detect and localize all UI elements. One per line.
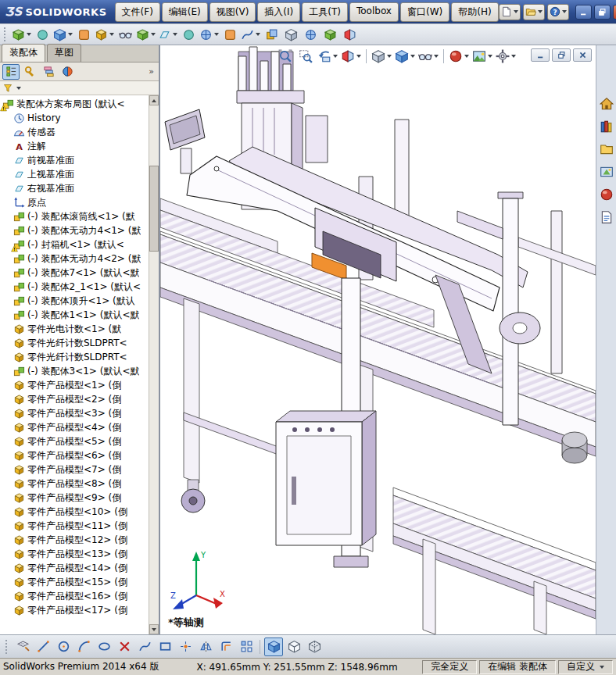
tree-item[interactable]: 前视基准面	[0, 153, 149, 167]
shaded-with-edges-button[interactable]	[264, 638, 283, 656]
tree-item[interactable]: 零件产品模型<1> (倒	[0, 378, 149, 392]
tree-item[interactable]: (-) 装配体3<1> (默认<默	[0, 364, 149, 378]
tree-item[interactable]: 零件产品模型<13> (倒	[0, 547, 149, 561]
offset-entities-button[interactable]	[217, 638, 235, 656]
spline-tool-button[interactable]	[135, 638, 154, 656]
mass-properties-button[interactable]	[321, 25, 339, 44]
view-orientation-button[interactable]	[371, 47, 392, 66]
appearances-scenes-button[interactable]	[598, 186, 615, 203]
displaymanager-tab[interactable]	[59, 64, 76, 80]
sketch-button[interactable]	[13, 638, 32, 656]
menu-view[interactable]: 视图(V)	[210, 2, 256, 22]
tree-item[interactable]: 零件产品模型<8> (倒	[0, 477, 149, 491]
section-view-button[interactable]	[340, 47, 362, 66]
featuremanager-tree-tab[interactable]	[2, 64, 20, 80]
open-document-button[interactable]	[523, 4, 545, 20]
new-document-button[interactable]	[499, 4, 521, 20]
tab-sketch[interactable]: 草图	[47, 44, 81, 62]
hide-show-items-button[interactable]	[417, 47, 439, 66]
configurationmanager-tab[interactable]	[40, 64, 57, 80]
tree-scrollbar[interactable]	[149, 95, 159, 634]
doc-minimize-button[interactable]	[531, 48, 550, 62]
scrollbar-thumb[interactable]	[149, 166, 159, 252]
tree-item[interactable]: (-) 装配体1<1> (默认<默	[0, 308, 149, 322]
overflow-chevron-icon[interactable]: »	[146, 66, 156, 77]
menu-window[interactable]: 窗口(W)	[400, 2, 449, 22]
clearance-verification-button[interactable]	[281, 25, 300, 44]
tree-item[interactable]: 零件光电计数<1> (默	[0, 322, 149, 336]
menu-help[interactable]: 帮助(H)	[451, 2, 498, 22]
menu-insert[interactable]: 插入(I)	[257, 2, 300, 22]
design-library-button[interactable]	[598, 118, 615, 135]
line-tool-button[interactable]	[34, 638, 52, 656]
move-component-button[interactable]	[94, 25, 115, 44]
scrollbar-up-button[interactable]	[149, 95, 159, 105]
tree-item[interactable]: 零件产品模型<2> (倒	[0, 392, 149, 406]
toolbar-drag-handle[interactable]	[5, 640, 8, 654]
tree-item[interactable]: 注解	[0, 139, 149, 153]
previous-view-button[interactable]	[317, 47, 338, 66]
interference-detection-button[interactable]	[262, 25, 281, 44]
help-button[interactable]	[547, 4, 569, 20]
tree-item[interactable]: (-) 装配体2_1<1> (默认<	[0, 280, 149, 294]
model-3d-view[interactable]	[160, 45, 596, 634]
tree-item[interactable]: 零件产品模型<17> (倒	[0, 603, 149, 617]
measure-button[interactable]	[301, 25, 320, 44]
tab-assembly[interactable]: 装配体	[2, 44, 45, 62]
tree-item[interactable]: (-) 装配体无动力4<2> (默	[0, 252, 149, 266]
trim-entities-button[interactable]	[115, 638, 134, 656]
display-style-button[interactable]	[394, 47, 416, 66]
view-settings-button[interactable]	[495, 47, 517, 66]
tree-item[interactable]: 零件产品模型<4> (倒	[0, 420, 149, 434]
point-tool-button[interactable]	[176, 638, 195, 656]
tree-item[interactable]: 原点	[0, 195, 149, 209]
tree-item[interactable]: 零件产品模型<9> (倒	[0, 491, 149, 505]
window-minimize-button[interactable]	[575, 5, 592, 20]
file-explorer-button[interactable]	[598, 141, 615, 158]
tree-item[interactable]: 零件产品模型<7> (倒	[0, 462, 149, 477]
apply-scene-button[interactable]	[471, 47, 493, 66]
tree-item[interactable]: (-) 装配体7<1> (默认<默	[0, 266, 149, 280]
tree-item[interactable]: 零件产品模型<12> (倒	[0, 533, 149, 547]
tree-item[interactable]: 零件产品模型<11> (倒	[0, 519, 149, 533]
menu-toolbox[interactable]: Toolbox	[349, 2, 399, 22]
view-palette-button[interactable]	[598, 163, 615, 180]
insert-components-button[interactable]	[11, 25, 32, 44]
tree-item[interactable]: 零件产品模型<14> (倒	[0, 561, 149, 575]
tree-item[interactable]: 装配体方案布局图 (默认<	[0, 97, 149, 111]
window-restore-button[interactable]	[594, 5, 611, 20]
scrollbar-down-button[interactable]	[149, 624, 159, 634]
ellipse-tool-button[interactable]	[95, 638, 113, 656]
menu-file[interactable]: 文件(F)	[115, 2, 160, 22]
bill-of-materials-button[interactable]	[199, 25, 220, 44]
toolbar-drag-handle[interactable]	[4, 27, 6, 41]
tree-item[interactable]: 零件产品模型<10> (倒	[0, 505, 149, 519]
custom-status-dropdown[interactable]: 自定义	[558, 660, 613, 674]
rectangle-tool-button[interactable]	[156, 638, 174, 656]
zoom-to-fit-button[interactable]	[276, 47, 295, 66]
mate-button[interactable]	[33, 25, 52, 44]
smart-fasteners-button[interactable]	[74, 25, 93, 44]
tree-item[interactable]: 零件光纤计数SLDPRT<	[0, 336, 149, 350]
tree-item[interactable]: (-) 装配体滚筒线<1> (默	[0, 209, 149, 223]
exploded-view-button[interactable]	[220, 25, 239, 44]
tree-item[interactable]: 零件产品模型<3> (倒	[0, 406, 149, 420]
new-motion-study-button[interactable]	[179, 25, 198, 44]
propertymanager-tab[interactable]	[21, 64, 38, 80]
tree-item[interactable]: 零件光纤计数SLDPRT<	[0, 350, 149, 364]
doc-restore-button[interactable]	[552, 48, 571, 62]
tree-item[interactable]: 上视基准面	[0, 167, 149, 181]
doc-close-button[interactable]	[573, 48, 592, 62]
solidworks-resources-button[interactable]	[598, 95, 615, 112]
tree-item[interactable]: 右视基准面	[0, 181, 149, 195]
wireframe-button[interactable]	[305, 638, 324, 656]
reference-geometry-button[interactable]	[157, 25, 178, 44]
tree-item[interactable]: 传感器	[0, 125, 149, 139]
tree-item[interactable]: 零件产品模型<16> (倒	[0, 589, 149, 603]
tree-item[interactable]: (-) 封箱机<1> (默认<	[0, 238, 149, 252]
linear-sketch-pattern-button[interactable]	[237, 638, 256, 656]
assembly-features-button[interactable]	[135, 25, 156, 44]
window-close-button[interactable]	[613, 5, 616, 20]
graphics-viewport[interactable]: Y X Z *等轴测	[160, 45, 596, 634]
tree-item[interactable]: 零件产品模型<15> (倒	[0, 575, 149, 589]
